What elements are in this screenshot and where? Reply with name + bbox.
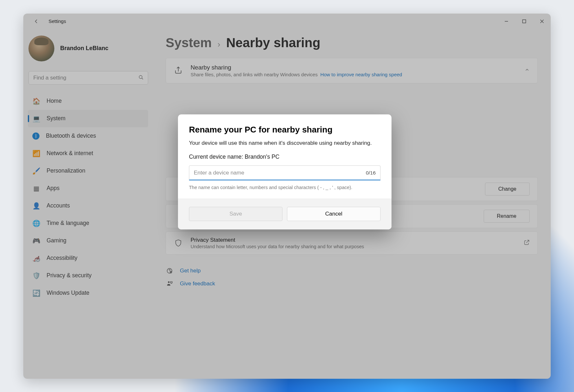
dialog-actions: Save Cancel — [178, 198, 392, 229]
char-counter: 0/16 — [366, 170, 376, 176]
dialog-description: Your device will use this name when it's… — [189, 139, 381, 147]
dialog-title: Rename your PC for nearby sharing — [189, 125, 381, 135]
device-name-input-wrap: 0/16 — [189, 165, 381, 180]
current-device-name: Current device name: Brandon's PC — [189, 154, 381, 160]
input-hint: The name can contain letter, numbers and… — [189, 184, 381, 191]
cancel-button[interactable]: Cancel — [287, 207, 381, 221]
rename-pc-dialog: Rename your PC for nearby sharing Your d… — [178, 114, 392, 230]
device-name-input[interactable] — [194, 170, 366, 176]
save-button[interactable]: Save — [189, 207, 282, 221]
settings-window: Settings Brandon LeBlanc 🏠Home 💻System — [23, 14, 551, 379]
